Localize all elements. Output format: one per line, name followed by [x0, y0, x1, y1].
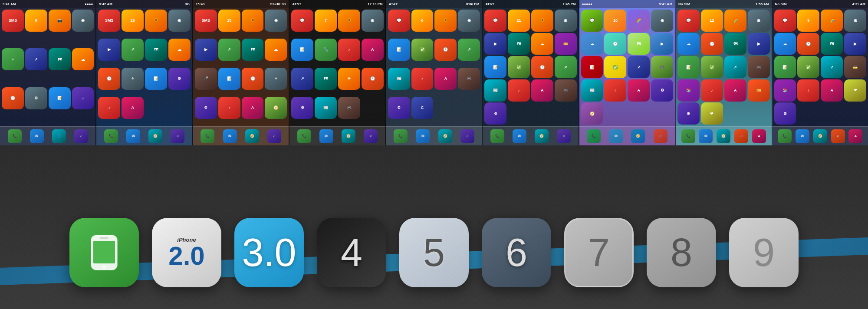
app6-gamecenter: 🎮: [555, 79, 577, 102]
version-icon-ios3[interactable]: 3.0: [234, 218, 304, 287]
app-calc: ÷: [2, 48, 24, 70]
dock5-safari: 🧭: [438, 129, 452, 143]
app6-clock: 🕐: [531, 56, 553, 78]
app2-yt: ▶: [98, 39, 120, 61]
app8-photos: 🌈: [724, 10, 746, 32]
dock2-phone: 📞: [104, 129, 118, 143]
dock2-mail: ✉: [126, 129, 140, 143]
app5-cydia: C: [411, 97, 434, 119]
dock9-phone: 📞: [778, 129, 792, 143]
version-icon-ios4[interactable]: 4: [317, 218, 386, 287]
carrier-9: No SIM: [775, 2, 787, 6]
version-icon-ios2[interactable]: iPhone 2.0: [152, 218, 221, 287]
app5-clock: 🕐: [434, 39, 457, 61]
dock-1: 📞 ✉ 🌐 ♫: [0, 126, 95, 145]
app6-settings: ⚙: [484, 102, 506, 125]
app2-clock: 🕑: [98, 68, 120, 90]
dock8-phone: 📞: [681, 129, 695, 143]
app7-camera: ◉: [651, 10, 673, 32]
app3-calc: ÷: [265, 68, 287, 90]
app2-itunes: ♪: [98, 97, 120, 119]
icons-grid-3: SMS 10 🌻 ◉ ▶ ↗ 🗺 ☁ 🎤 📝 🕓 ÷ ⚙ ♪ A 🧭: [193, 8, 289, 126]
time-1: 9:41 AM: [3, 2, 16, 6]
dock-2: 📞 ✉ 🧭 ♫: [96, 126, 192, 145]
svg-rect-3: [100, 237, 108, 239]
app4-utilities: 🔧: [315, 39, 337, 61]
app8-passbook: 🎫: [748, 79, 770, 102]
dock7-music: ♫: [654, 129, 667, 143]
version-icons-row: iPhone 2.0 3.0 4 5 6 7 8 9: [0, 209, 868, 296]
version-icon-ios6[interactable]: 6: [482, 218, 551, 287]
time-5: 8:06 PM: [466, 2, 479, 6]
app4-newsstand: 📰: [315, 97, 337, 119]
app4-gamecenter: 🎮: [338, 97, 360, 119]
app9-notes: 📝: [774, 56, 796, 78]
app4-maps: 🗺: [315, 68, 337, 90]
app9-remind: ✅: [797, 56, 819, 78]
app5-msgs: 💬: [388, 10, 410, 32]
statusbar-4: AT&T 12:13 PM: [289, 0, 385, 8]
app-stocks: ↗: [25, 48, 47, 70]
app8-weather: ☁: [677, 33, 700, 55]
app-itunes: ♪: [72, 87, 94, 109]
app3-msgs: SMS: [195, 10, 217, 32]
app4-camera: ◉: [362, 10, 384, 32]
version-num-8: 8: [671, 233, 692, 272]
version-icon-ios1[interactable]: [69, 218, 139, 287]
app4-stocks: ↗: [291, 68, 313, 90]
app7-appstore: A: [628, 79, 650, 102]
dock6-mail: ✉: [513, 129, 526, 143]
app5-settings: ⚙: [388, 97, 410, 119]
carrier-7: ●●●●●: [582, 2, 592, 6]
statusbar-7: ●●●●● 9:41 AM: [579, 0, 675, 8]
app9-settings: ⚙: [774, 102, 796, 125]
app-notes: 📝: [49, 87, 71, 109]
statusbar-6: AT&T 1:45 PM: [483, 0, 578, 8]
signal-1: ●●●●: [85, 2, 93, 6]
ios8-screen: No SIM 1:55 AM 💬 12 🌈 ◉ ☁ 🕐 🗺 ▶ 📝 ✅ ↗ 🎮 …: [676, 0, 771, 145]
app8-camera: ◉: [748, 10, 770, 32]
app9-maps: 🗺: [821, 33, 843, 55]
app7-notes: 📝: [581, 56, 603, 78]
app-photos: 📷: [49, 10, 71, 32]
app9-health: ❤: [844, 79, 866, 102]
dock9-mail: ✉: [796, 129, 809, 143]
dock6-music: ♫: [557, 129, 571, 143]
dock2-ipod: ♫: [171, 129, 184, 143]
app3-voice: 🎤: [195, 68, 217, 90]
version-icon-ios5[interactable]: 5: [399, 218, 469, 287]
dock4-mail: ✉: [319, 129, 333, 143]
app4-weather: ☀: [338, 68, 360, 90]
carrier-3: O2-UK 3G: [270, 2, 286, 6]
app7-msgs: 💬: [581, 10, 603, 32]
statusbar-5: AT&T 8:06 PM: [386, 0, 482, 8]
app9-msgs: 💬: [774, 10, 796, 32]
version-num-9: 9: [753, 233, 775, 272]
icons-grid-9: 💬 9 🌈 ◉ ☁ 🕐 🗺 ▶ 📝 ✅ ↗ 💳 📚 ♪ A ❤ ⚙: [773, 8, 868, 126]
dock5-music: ♫: [460, 129, 474, 143]
time-4: 12:13 PM: [368, 2, 383, 6]
app2-settings: ⚙: [168, 68, 191, 90]
screenshot-ios8: No SIM 1:55 AM 💬 12 🌈 ◉ ☁ 🕐 🗺 ▶ 📝 ✅ ↗ 🎮 …: [676, 0, 772, 145]
app-sms: SMS: [2, 10, 24, 32]
app3-stocks: ↗: [218, 39, 240, 61]
dock6-phone: 📞: [490, 129, 504, 143]
app8-health: ❤: [701, 102, 723, 125]
version-icon-ios9[interactable]: 9: [729, 218, 799, 287]
app4-msgs: 💬: [291, 10, 313, 32]
version-icon-ios8[interactable]: 8: [647, 218, 716, 287]
icons-grid-6: 💬 21 🌻 ◉ ▶ 🗺 ☁ 🎫 📝 ✅ 🕐 ↗ 📰 ♪ A 🎮 ⚙: [483, 8, 578, 126]
app9-weather: ☁: [774, 33, 796, 55]
app3-appstore: A: [242, 97, 264, 119]
dock-9: 📞 ✉ 🧭 ♫ A: [773, 126, 868, 145]
app9-clock: 🕐: [797, 33, 819, 55]
app9-photos: 🌈: [821, 10, 843, 32]
statusbar-3: 15:43 O2-UK 3G: [193, 0, 289, 8]
app2-stocks: ↗: [122, 39, 144, 61]
app6-notes: 📝: [484, 56, 506, 78]
dock6-safari: 🧭: [535, 129, 549, 143]
icons-grid-8: 💬 12 🌈 ◉ ☁ 🕐 🗺 ▶ 📝 ✅ ↗ 🎮 📚 ♪ A 🎫 ⚙ ❤: [676, 8, 771, 126]
app9-books: 📚: [774, 79, 796, 102]
version-icon-ios7[interactable]: 7: [564, 218, 634, 287]
app4-settings: ⚙: [291, 97, 313, 119]
